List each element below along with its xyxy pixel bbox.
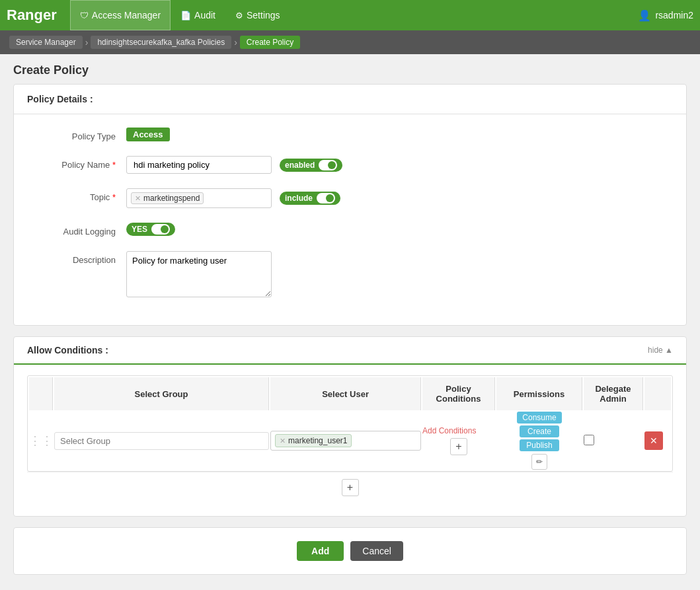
topic-row: Topic * ✕ marketingspend include [34, 188, 666, 208]
breadcrumb-create-policy[interactable]: Create Policy [240, 36, 300, 49]
conditions-header-row: Select Group Select User Policy Conditio… [29, 377, 671, 410]
select-user-header: Select User [270, 377, 421, 410]
policy-type-control: Access [126, 128, 666, 141]
drag-col-header [29, 377, 53, 410]
enabled-toggle[interactable]: enabled [280, 159, 342, 172]
audit-logging-label: Audit Logging [34, 223, 126, 237]
brand-logo: Ranger [7, 7, 57, 24]
policy-details-title: Policy Details : [14, 85, 686, 114]
cancel-button[interactable]: Cancel [350, 541, 403, 561]
nav-audit[interactable]: 📄 Audit [171, 0, 225, 30]
conditions-body: Select Group Select User Policy Conditio… [14, 365, 686, 516]
permissions-badges: Consume Create Publish [496, 412, 582, 451]
enabled-label: enabled [285, 161, 315, 170]
topic-label: Topic * [34, 188, 126, 202]
add-conditions-plus[interactable]: + [450, 438, 467, 455]
include-toggle-switch [317, 193, 335, 203]
user-icon: 👤 [638, 9, 651, 22]
description-label: Description [34, 251, 126, 265]
breadcrumb: Service Manager › hdinsightsecurekafka_k… [0, 30, 700, 54]
nav-items: 🛡 Access Manager 📄 Audit ⚙ Settings [70, 0, 639, 30]
user-cell: ✕ marketing_user1 [270, 412, 421, 470]
permissions-edit-button[interactable]: ✏ [531, 454, 547, 470]
topic-required: * [112, 192, 116, 202]
audit-yes-label: YES [132, 225, 147, 234]
hide-link[interactable]: hide ▲ [648, 346, 673, 355]
policy-conditions-header: Policy Conditions [422, 377, 495, 410]
page-title: Create Policy [0, 54, 700, 84]
perm-publish: Publish [520, 439, 559, 451]
audit-toggle[interactable]: YES [126, 223, 175, 236]
allow-conditions-card: Allow Conditions : hide ▲ Select Group S… [13, 336, 687, 517]
policy-type-row: Policy Type Access [34, 128, 666, 141]
user-tag: ✕ marketing_user1 [275, 434, 352, 447]
access-manager-icon: 🛡 [80, 11, 89, 20]
delegate-admin-checkbox[interactable] [584, 435, 594, 445]
perm-create: Create [520, 425, 559, 437]
main-content: Policy Details : Policy Type Access Poli… [0, 84, 700, 590]
policy-details-card: Policy Details : Policy Type Access Poli… [13, 84, 687, 326]
description-row: Description Policy for marketing user [34, 251, 666, 297]
conditions-cell: Add Conditions + [422, 412, 495, 470]
policy-name-control: enabled [126, 156, 666, 174]
permissions-header: Permissions [496, 377, 582, 410]
user-tag-input[interactable]: ✕ marketing_user1 [270, 431, 421, 451]
description-control: Policy for marketing user [126, 251, 666, 297]
user-tag-remove[interactable]: ✕ [280, 437, 286, 445]
allow-conditions-header: Allow Conditions : hide ▲ [14, 337, 686, 365]
breadcrumb-separator-2: › [234, 37, 237, 48]
delete-cell: ✕ [644, 412, 671, 470]
delete-row-button[interactable]: ✕ [644, 431, 663, 450]
group-cell [54, 412, 269, 470]
conditions-thead: Select Group Select User Policy Conditio… [29, 377, 671, 410]
policy-name-label: Policy Name * [34, 156, 126, 170]
form-body: Policy Type Access Policy Name * enabled [14, 114, 686, 325]
enabled-toggle-switch [319, 160, 337, 170]
row-add-area: + [27, 472, 673, 503]
nav-settings[interactable]: ⚙ Settings [225, 0, 290, 30]
topic-control: ✕ marketingspend include [126, 188, 666, 208]
delegate-admin-header: Delegate Admin [584, 377, 643, 410]
policy-type-label: Policy Type [34, 128, 126, 141]
breadcrumb-separator-1: › [85, 37, 89, 48]
bottom-buttons-card: Add Cancel [13, 527, 687, 575]
top-navigation: Ranger 🛡 Access Manager 📄 Audit ⚙ Settin… [0, 0, 700, 30]
breadcrumb-service-manager[interactable]: Service Manager [9, 36, 83, 49]
topic-tag: ✕ marketingspend [131, 192, 204, 204]
select-group-header: Select Group [54, 377, 269, 410]
bottom-buttons: Add Cancel [14, 528, 686, 574]
select-group-input[interactable] [54, 432, 269, 450]
topic-tag-input[interactable]: ✕ marketingspend [126, 188, 272, 208]
add-conditions-link[interactable]: Add Conditions [422, 426, 495, 435]
conditions-tbody: ⋮⋮ ✕ marketing_user1 [29, 412, 671, 470]
action-header [644, 377, 671, 410]
policy-type-badge: Access [126, 128, 170, 141]
conditions-table: Select Group Select User Policy Conditio… [27, 375, 673, 472]
policy-name-input[interactable] [126, 156, 272, 174]
breadcrumb-policies[interactable]: hdinsightsecurekafka_kafka Policies [91, 36, 231, 49]
permissions-cell: Consume Create Publish ✏ [496, 412, 582, 470]
settings-icon: ⚙ [235, 11, 243, 20]
drag-handle: ⋮⋮ [29, 412, 53, 470]
include-label: include [285, 194, 313, 203]
allow-conditions-title: Allow Conditions : [27, 345, 108, 355]
topic-tag-remove[interactable]: ✕ [135, 195, 141, 202]
user-area[interactable]: 👤 rsadmin2 [638, 9, 693, 22]
include-toggle[interactable]: include [280, 192, 340, 205]
policy-name-row: Policy Name * enabled [34, 156, 666, 174]
delegate-admin-cell [584, 412, 643, 470]
add-button[interactable]: Add [297, 541, 344, 561]
perm-consume: Consume [517, 412, 561, 424]
nav-access-manager[interactable]: 🛡 Access Manager [70, 0, 171, 30]
audit-toggle-switch [151, 224, 170, 235]
policy-name-required: * [112, 160, 116, 170]
audit-icon: 📄 [180, 11, 191, 20]
add-row-button[interactable]: + [342, 479, 359, 496]
description-input[interactable]: Policy for marketing user [126, 251, 272, 297]
audit-logging-control: YES [126, 223, 666, 236]
audit-logging-row: Audit Logging YES [34, 223, 666, 237]
table-row: ⋮⋮ ✕ marketing_user1 [29, 412, 671, 470]
